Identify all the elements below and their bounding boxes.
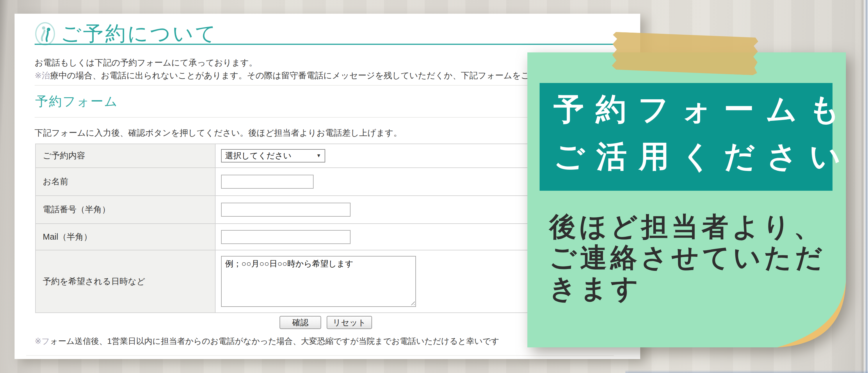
row-label: Mail（半角）: [35, 224, 215, 250]
table-row: Mail（半角）: [35, 224, 614, 250]
confirm-button[interactable]: 確認: [280, 316, 321, 329]
divider: [35, 85, 614, 86]
table-row: 電話番号（半角）: [35, 196, 614, 224]
row-label: 予約を希望される日時など: [35, 250, 215, 313]
desktop-background: ご予約について お電話もしくは下記の予約フォームにて承っております。 ※治療中の…: [0, 0, 868, 373]
footnote: ※フォーム送信後、1営業日以内に担当者からのお電話がなかった場合、大変恐縮ですが…: [35, 336, 499, 347]
page-title: ご予約について: [61, 21, 218, 46]
tape: [612, 32, 758, 75]
title-underline: [35, 44, 614, 45]
divider: [26, 355, 614, 356]
mail-field[interactable]: [221, 230, 350, 244]
table-row: お名前: [35, 168, 614, 196]
form-instruction: 下記フォームに入力後、確認ボタンを押してください。後ほど担当者よりお電話差し上げ…: [35, 127, 402, 139]
section-title: 予約フォーム: [35, 94, 118, 109]
table-row: ご予約内容 選択してください ▼: [35, 144, 614, 168]
phone-field[interactable]: [221, 203, 350, 217]
folded-corner: [527, 52, 846, 347]
reset-button[interactable]: リセット: [327, 316, 372, 329]
screen-edge-band: [625, 370, 868, 373]
row-label: お名前: [35, 168, 215, 196]
select-value: 選択してください: [225, 151, 291, 160]
screen-edge-band: [861, 0, 868, 373]
table-row: 予約を希望される日時など 例；○○月○○日○○時から希望します: [35, 250, 614, 313]
chevron-down-icon: ▼: [316, 150, 321, 162]
reservation-type-select[interactable]: 選択してください ▼: [221, 149, 325, 163]
divider: [35, 117, 614, 118]
row-label: ご予約内容: [35, 144, 215, 168]
reservation-form-table: ご予約内容 選択してください ▼ お名前 電話番号（半角）: [35, 144, 614, 313]
row-label: 電話番号（半角）: [35, 196, 215, 224]
sticky-note: 予約フォームも ご活用ください 後ほど担当者より、 ご連絡させていただ きます: [527, 52, 846, 347]
name-field[interactable]: [221, 175, 314, 189]
preferred-datetime-textarea[interactable]: 例；○○月○○日○○時から希望します: [221, 256, 416, 307]
clinic-logo-icon: [35, 22, 55, 46]
